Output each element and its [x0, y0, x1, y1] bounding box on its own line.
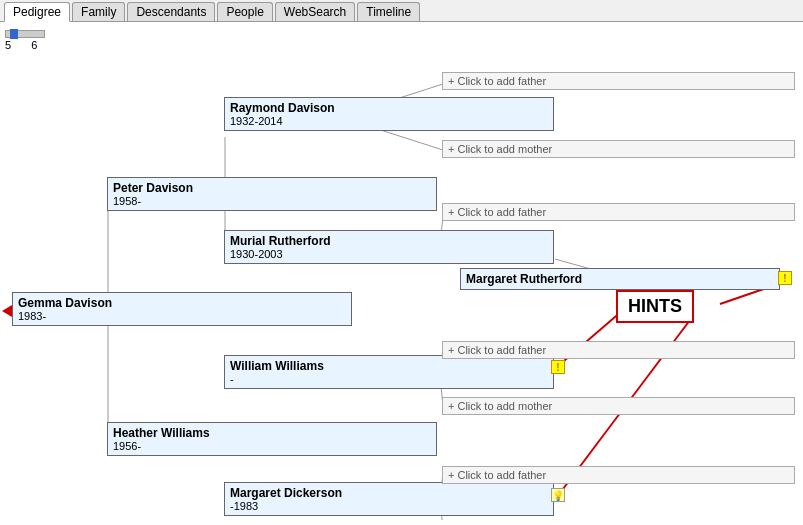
- hint-margaret-d[interactable]: 💡: [551, 488, 565, 502]
- add-raymond-mother[interactable]: + Click to add mother: [442, 140, 795, 158]
- william-dates: -: [230, 373, 548, 385]
- tab-websearch[interactable]: WebSearch: [275, 2, 355, 21]
- peter-dates: 1958-: [113, 195, 431, 207]
- zoom-controls: 5 6: [5, 30, 45, 51]
- person-margaret-r[interactable]: Margaret Rutherford: [460, 268, 780, 290]
- margaret-r-name: Margaret Rutherford: [466, 272, 774, 286]
- heather-dates: 1956-: [113, 440, 431, 452]
- person-margaret-d[interactable]: Margaret Dickerson -1983: [224, 482, 554, 516]
- tab-family[interactable]: Family: [72, 2, 125, 21]
- person-murial[interactable]: Murial Rutherford 1930-2003: [224, 230, 554, 264]
- peter-name: Peter Davison: [113, 181, 431, 195]
- person-gemma[interactable]: Gemma Davison 1983-: [12, 292, 352, 326]
- person-heather[interactable]: Heather Williams 1956-: [107, 422, 437, 456]
- raymond-dates: 1932-2014: [230, 115, 548, 127]
- raymond-name: Raymond Davison: [230, 101, 548, 115]
- tab-timeline[interactable]: Timeline: [357, 2, 420, 21]
- margaret-d-dates: -1983: [230, 500, 548, 512]
- gemma-dates: 1983-: [18, 310, 346, 322]
- heather-name: Heather Williams: [113, 426, 431, 440]
- add-raymond-father[interactable]: + Click to add father: [442, 72, 795, 90]
- person-raymond[interactable]: Raymond Davison 1932-2014: [224, 97, 554, 131]
- tab-descendants[interactable]: Descendants: [127, 2, 215, 21]
- zoom-slider[interactable]: [5, 30, 45, 38]
- nav-tabs: Pedigree Family Descendants People WebSe…: [0, 0, 803, 22]
- hint-william[interactable]: !: [551, 360, 565, 374]
- current-person-arrow: [2, 305, 12, 317]
- add-william-father[interactable]: + Click to add father: [442, 341, 795, 359]
- william-name: William Williams: [230, 359, 548, 373]
- person-william[interactable]: William Williams -: [224, 355, 554, 389]
- person-peter[interactable]: Peter Davison 1958-: [107, 177, 437, 211]
- tab-people[interactable]: People: [217, 2, 272, 21]
- add-margaret-d-father[interactable]: + Click to add father: [442, 466, 795, 484]
- hint-margaret-r[interactable]: !: [778, 271, 792, 285]
- gemma-name: Gemma Davison: [18, 296, 346, 310]
- zoom-slider-container[interactable]: [5, 30, 45, 38]
- murial-name: Murial Rutherford: [230, 234, 548, 248]
- pedigree-view: 5 6: [0, 22, 803, 520]
- add-murial-father[interactable]: + Click to add father: [442, 203, 795, 221]
- tab-pedigree[interactable]: Pedigree: [4, 2, 70, 22]
- zoom-max-label: 6: [31, 39, 37, 51]
- zoom-min-label: 5: [5, 39, 11, 51]
- zoom-labels: 5 6: [5, 39, 37, 51]
- margaret-d-name: Margaret Dickerson: [230, 486, 548, 500]
- zoom-thumb: [10, 29, 18, 39]
- add-william-mother[interactable]: + Click to add mother: [442, 397, 795, 415]
- hints-box: HINTS: [616, 290, 694, 323]
- murial-dates: 1930-2003: [230, 248, 548, 260]
